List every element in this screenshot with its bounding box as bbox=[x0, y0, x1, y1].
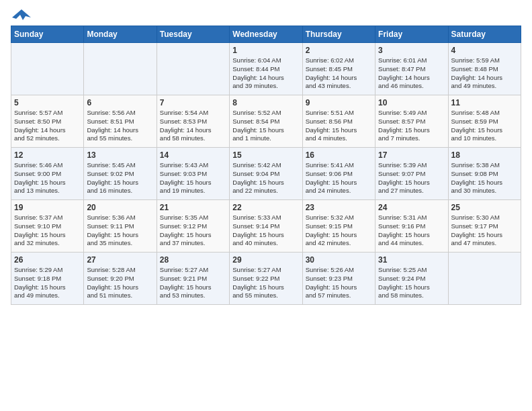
calendar-cell bbox=[157, 43, 229, 95]
calendar-cell bbox=[84, 43, 157, 95]
day-info: Sunrise: 5:46 AMSunset: 9:00 PMDaylight:… bbox=[14, 161, 81, 195]
day-info: Sunrise: 5:35 AMSunset: 9:12 PMDaylight:… bbox=[160, 214, 226, 248]
calendar-cell: 3Sunrise: 6:01 AMSunset: 8:47 PMDaylight… bbox=[375, 43, 448, 95]
day-number: 28 bbox=[160, 255, 226, 265]
day-number: 11 bbox=[451, 98, 518, 107]
logo bbox=[11, 7, 31, 20]
day-info: Sunrise: 5:30 AMSunset: 9:17 PMDaylight:… bbox=[451, 214, 518, 248]
day-number: 8 bbox=[232, 98, 299, 107]
logo-bird-icon bbox=[12, 7, 31, 26]
day-info: Sunrise: 6:04 AMSunset: 8:44 PMDaylight:… bbox=[232, 56, 299, 91]
calendar-cell: 22Sunrise: 5:33 AMSunset: 9:14 PMDayligh… bbox=[230, 200, 302, 253]
calendar-cell: 10Sunrise: 5:49 AMSunset: 8:57 PMDayligh… bbox=[375, 95, 448, 148]
day-number: 22 bbox=[232, 203, 299, 212]
day-info: Sunrise: 5:52 AMSunset: 8:54 PMDaylight:… bbox=[232, 109, 299, 143]
day-info: Sunrise: 5:37 AMSunset: 9:10 PMDaylight:… bbox=[14, 214, 81, 248]
day-info: Sunrise: 5:49 AMSunset: 8:57 PMDaylight:… bbox=[378, 109, 445, 143]
page: SundayMondayTuesdayWednesdayThursdayFrid… bbox=[0, 0, 532, 312]
weekday-tuesday: Tuesday bbox=[157, 26, 229, 43]
day-number: 21 bbox=[160, 203, 226, 212]
calendar-cell: 17Sunrise: 5:39 AMSunset: 9:07 PMDayligh… bbox=[375, 148, 448, 200]
day-info: Sunrise: 5:27 AMSunset: 9:22 PMDaylight:… bbox=[232, 266, 299, 300]
day-info: Sunrise: 5:51 AMSunset: 8:56 PMDaylight:… bbox=[306, 109, 372, 143]
calendar-week-row: 26Sunrise: 5:29 AMSunset: 9:18 PMDayligh… bbox=[11, 253, 521, 305]
calendar-cell: 28Sunrise: 5:27 AMSunset: 9:21 PMDayligh… bbox=[157, 253, 229, 305]
day-number: 1 bbox=[232, 46, 299, 55]
calendar-cell: 7Sunrise: 5:54 AMSunset: 8:53 PMDaylight… bbox=[157, 95, 229, 148]
calendar-week-row: 19Sunrise: 5:37 AMSunset: 9:10 PMDayligh… bbox=[11, 200, 521, 253]
day-number: 26 bbox=[14, 255, 81, 265]
day-number: 2 bbox=[306, 46, 372, 55]
weekday-friday: Friday bbox=[375, 26, 448, 43]
calendar-cell: 18Sunrise: 5:38 AMSunset: 9:08 PMDayligh… bbox=[448, 148, 521, 200]
day-info: Sunrise: 5:31 AMSunset: 9:16 PMDaylight:… bbox=[378, 214, 445, 248]
day-number: 29 bbox=[232, 255, 299, 265]
calendar-cell: 8Sunrise: 5:52 AMSunset: 8:54 PMDaylight… bbox=[230, 95, 302, 148]
calendar-cell: 19Sunrise: 5:37 AMSunset: 9:10 PMDayligh… bbox=[11, 200, 84, 253]
calendar-cell: 21Sunrise: 5:35 AMSunset: 9:12 PMDayligh… bbox=[157, 200, 229, 253]
day-number: 9 bbox=[306, 98, 372, 107]
calendar-cell bbox=[11, 43, 84, 95]
day-number: 10 bbox=[378, 98, 445, 107]
day-number: 31 bbox=[378, 255, 445, 265]
day-info: Sunrise: 5:48 AMSunset: 8:59 PMDaylight:… bbox=[451, 109, 518, 143]
calendar-cell: 24Sunrise: 5:31 AMSunset: 9:16 PMDayligh… bbox=[375, 200, 448, 253]
calendar-cell: 12Sunrise: 5:46 AMSunset: 9:00 PMDayligh… bbox=[11, 148, 84, 200]
day-number: 23 bbox=[306, 203, 372, 212]
calendar-cell: 23Sunrise: 5:32 AMSunset: 9:15 PMDayligh… bbox=[302, 200, 375, 253]
day-info: Sunrise: 5:32 AMSunset: 9:15 PMDaylight:… bbox=[306, 214, 372, 248]
day-info: Sunrise: 5:27 AMSunset: 9:21 PMDaylight:… bbox=[160, 266, 226, 300]
day-number: 25 bbox=[451, 203, 518, 212]
calendar-cell: 15Sunrise: 5:42 AMSunset: 9:04 PMDayligh… bbox=[230, 148, 302, 200]
day-number: 5 bbox=[14, 98, 81, 107]
calendar-cell: 20Sunrise: 5:36 AMSunset: 9:11 PMDayligh… bbox=[84, 200, 157, 253]
day-info: Sunrise: 5:42 AMSunset: 9:04 PMDaylight:… bbox=[232, 161, 299, 195]
day-number: 19 bbox=[14, 203, 81, 212]
day-number: 7 bbox=[160, 98, 226, 107]
calendar-cell bbox=[448, 253, 521, 305]
weekday-monday: Monday bbox=[84, 26, 157, 43]
day-number: 20 bbox=[87, 203, 153, 212]
weekday-sunday: Sunday bbox=[11, 26, 84, 43]
weekday-header-row: SundayMondayTuesdayWednesdayThursdayFrid… bbox=[11, 26, 521, 43]
calendar-cell: 4Sunrise: 5:59 AMSunset: 8:48 PMDaylight… bbox=[448, 43, 521, 95]
svg-marker-0 bbox=[12, 9, 31, 20]
day-number: 3 bbox=[378, 46, 445, 55]
day-info: Sunrise: 5:39 AMSunset: 9:07 PMDaylight:… bbox=[378, 161, 445, 195]
day-number: 27 bbox=[87, 255, 153, 265]
day-info: Sunrise: 5:36 AMSunset: 9:11 PMDaylight:… bbox=[87, 214, 153, 248]
day-info: Sunrise: 5:25 AMSunset: 9:24 PMDaylight:… bbox=[378, 266, 445, 300]
day-info: Sunrise: 5:41 AMSunset: 9:06 PMDaylight:… bbox=[306, 161, 372, 195]
weekday-thursday: Thursday bbox=[302, 26, 375, 43]
calendar-cell: 1Sunrise: 6:04 AMSunset: 8:44 PMDaylight… bbox=[230, 43, 302, 95]
day-number: 15 bbox=[232, 150, 299, 160]
calendar-week-row: 1Sunrise: 6:04 AMSunset: 8:44 PMDaylight… bbox=[11, 43, 521, 95]
weekday-saturday: Saturday bbox=[448, 26, 521, 43]
calendar-cell: 14Sunrise: 5:43 AMSunset: 9:03 PMDayligh… bbox=[157, 148, 229, 200]
calendar-cell: 2Sunrise: 6:02 AMSunset: 8:45 PMDaylight… bbox=[302, 43, 375, 95]
calendar-cell: 16Sunrise: 5:41 AMSunset: 9:06 PMDayligh… bbox=[302, 148, 375, 200]
calendar-week-row: 12Sunrise: 5:46 AMSunset: 9:00 PMDayligh… bbox=[11, 148, 521, 200]
calendar-week-row: 5Sunrise: 5:57 AMSunset: 8:50 PMDaylight… bbox=[11, 95, 521, 148]
calendar-cell: 6Sunrise: 5:56 AMSunset: 8:51 PMDaylight… bbox=[84, 95, 157, 148]
day-number: 12 bbox=[14, 150, 81, 160]
day-number: 30 bbox=[306, 255, 372, 265]
calendar-cell: 30Sunrise: 5:26 AMSunset: 9:23 PMDayligh… bbox=[302, 253, 375, 305]
day-info: Sunrise: 5:57 AMSunset: 8:50 PMDaylight:… bbox=[14, 109, 81, 143]
day-info: Sunrise: 5:26 AMSunset: 9:23 PMDaylight:… bbox=[306, 266, 372, 300]
day-number: 18 bbox=[451, 150, 518, 160]
day-info: Sunrise: 5:28 AMSunset: 9:20 PMDaylight:… bbox=[87, 266, 153, 300]
day-info: Sunrise: 6:02 AMSunset: 8:45 PMDaylight:… bbox=[306, 56, 372, 91]
day-info: Sunrise: 5:38 AMSunset: 9:08 PMDaylight:… bbox=[451, 161, 518, 195]
calendar-cell: 13Sunrise: 5:45 AMSunset: 9:02 PMDayligh… bbox=[84, 148, 157, 200]
day-number: 6 bbox=[87, 98, 153, 107]
day-number: 14 bbox=[160, 150, 226, 160]
day-number: 13 bbox=[87, 150, 153, 160]
day-info: Sunrise: 5:56 AMSunset: 8:51 PMDaylight:… bbox=[87, 109, 153, 143]
day-number: 16 bbox=[306, 150, 372, 160]
calendar-cell: 31Sunrise: 5:25 AMSunset: 9:24 PMDayligh… bbox=[375, 253, 448, 305]
calendar-table: SundayMondayTuesdayWednesdayThursdayFrid… bbox=[11, 26, 521, 305]
calendar-cell: 11Sunrise: 5:48 AMSunset: 8:59 PMDayligh… bbox=[448, 95, 521, 148]
day-info: Sunrise: 5:33 AMSunset: 9:14 PMDaylight:… bbox=[232, 214, 299, 248]
calendar-cell: 5Sunrise: 5:57 AMSunset: 8:50 PMDaylight… bbox=[11, 95, 84, 148]
